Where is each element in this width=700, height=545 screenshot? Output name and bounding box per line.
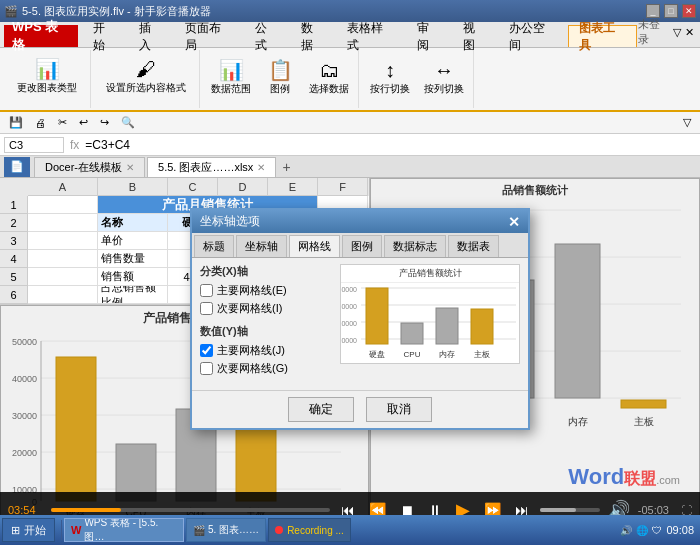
doc-tab-2-close[interactable]: ✕ <box>257 162 265 173</box>
svg-text:30000: 30000 <box>341 303 357 310</box>
tab-start[interactable]: 开始 <box>82 25 127 47</box>
chart-legend-button[interactable]: 📋 图例 <box>260 53 300 103</box>
x-minor-row: 次要网格线(I) <box>200 301 328 316</box>
row-switch-button[interactable]: ↕ 按行切换 <box>365 53 415 103</box>
dialog-tab-strip: 标题 坐标轴 网格线 图例 数据标志 数据表 <box>192 233 528 258</box>
tab-format[interactable]: 表格样式 <box>336 25 405 47</box>
doc-tab-2-label: 5.5. 图表应……xlsx <box>158 160 253 175</box>
group-label-3 <box>206 104 354 106</box>
col-c: C <box>168 178 218 196</box>
x-major-checkbox[interactable] <box>200 284 213 297</box>
svg-rect-49 <box>401 323 423 344</box>
change-chart-type-label: 更改图表类型 <box>17 81 77 95</box>
taskbar-item-wps[interactable]: W WPS 表格 - [5.5. 图… <box>64 518 184 542</box>
login-link[interactable]: 未登录 <box>638 17 669 47</box>
toolbar-right-btn[interactable]: ▽ <box>673 26 681 39</box>
dialog-tab-title[interactable]: 标题 <box>194 235 234 257</box>
media-taskbar-label: 5. 图表…… <box>208 523 259 537</box>
undo-btn[interactable]: ↩ <box>74 114 93 131</box>
mini-chart-preview: 产品销售额统计 50000 30000 20000 10000 <box>340 264 520 384</box>
ribbon-area: 📊 更改图表类型 🖌 设置所选内容格式 📊 数据范围 📋 图例 🗂 选择数据 <box>0 48 700 112</box>
doc-tab-1-label: Docer-在线模板 <box>45 160 122 175</box>
close-button[interactable]: ✕ <box>682 4 696 18</box>
svg-text:主板: 主板 <box>474 350 490 359</box>
volume-bar[interactable] <box>540 508 600 512</box>
ok-button[interactable]: 确定 <box>288 397 354 422</box>
media-taskbar-icon: 🎬 <box>193 525 205 536</box>
data-range-button[interactable]: 📊 数据范围 <box>206 53 256 103</box>
doc-tab-1[interactable]: Docer-在线模板 ✕ <box>34 157 145 177</box>
minimize-button[interactable]: _ <box>646 4 660 18</box>
col-d: D <box>218 178 268 196</box>
cut-btn[interactable]: ✂ <box>53 114 72 131</box>
svg-text:主板: 主板 <box>634 416 654 427</box>
title-left: 🎬 5-5. 图表应用实例.flv - 射手影音播放器 <box>4 4 211 19</box>
title-controls[interactable]: _ □ ✕ <box>646 4 696 18</box>
tab-view[interactable]: 视图 <box>452 25 497 47</box>
cancel-button[interactable]: 取消 <box>366 397 432 422</box>
right-extra-btn[interactable]: ▽ <box>678 114 696 131</box>
watermark-union-text: 联盟 <box>624 470 656 487</box>
formula-input[interactable] <box>85 138 696 152</box>
svg-text:20000: 20000 <box>12 448 37 458</box>
tab-review[interactable]: 审阅 <box>406 25 451 47</box>
watermark-word-text: Word <box>568 464 624 489</box>
redo-btn[interactable]: ↪ <box>95 114 114 131</box>
svg-text:50000: 50000 <box>12 337 37 347</box>
svg-text:20000: 20000 <box>341 320 357 327</box>
svg-rect-51 <box>471 309 493 344</box>
seek-progress <box>51 508 121 512</box>
close-wps-btn[interactable]: ✕ <box>685 26 694 39</box>
doc-tab-2[interactable]: 5.5. 图表应……xlsx ✕ <box>147 157 276 177</box>
ribbon-group-format: 🖌 设置所选内容格式 <box>93 50 200 108</box>
svg-text:CPU: CPU <box>404 350 421 359</box>
select-data-label: 选择数据 <box>309 82 349 96</box>
y-major-checkbox[interactable] <box>200 344 213 357</box>
seek-bar[interactable] <box>51 508 330 512</box>
add-tab-button[interactable]: + <box>282 159 290 175</box>
y-minor-checkbox[interactable] <box>200 362 213 375</box>
save-small-btn[interactable]: 💾 <box>4 114 28 131</box>
volume-fill <box>540 508 576 512</box>
col-switch-icon: ↔ <box>434 60 454 80</box>
tab-office[interactable]: 办公空间 <box>498 25 567 47</box>
dialog-tab-datatable[interactable]: 数据表 <box>448 235 499 257</box>
svg-text:30000: 30000 <box>12 411 37 421</box>
tab-formula[interactable]: 公式 <box>244 25 289 47</box>
col-b: B <box>98 178 168 196</box>
set-format-label: 设置所选内容格式 <box>106 81 186 95</box>
x-minor-checkbox[interactable] <box>200 302 213 315</box>
app-icon: 🎬 <box>4 5 18 18</box>
select-data-icon: 🗂 <box>319 60 339 80</box>
dialog-tab-gridlines[interactable]: 网格线 <box>289 235 340 257</box>
select-data-button[interactable]: 🗂 选择数据 <box>304 53 354 103</box>
set-format-button[interactable]: 🖌 设置所选内容格式 <box>101 52 191 102</box>
taskbar-item-media[interactable]: 🎬 5. 图表…… <box>186 518 266 542</box>
tab-chart-tool[interactable]: 图表工具 <box>568 25 637 47</box>
svg-text:硬盘: 硬盘 <box>369 350 385 359</box>
change-chart-type-button[interactable]: 📊 更改图表类型 <box>12 52 82 102</box>
start-button[interactable]: ⊞ 开始 <box>2 518 55 542</box>
col-a: A <box>28 178 98 196</box>
x-axis-label: 分类(X)轴 <box>200 264 328 279</box>
maximize-button[interactable]: □ <box>664 4 678 18</box>
col-switch-button[interactable]: ↔ 按列切换 <box>419 53 469 103</box>
windows-icon: ⊞ <box>11 524 20 537</box>
x-minor-label: 次要网格线(I) <box>217 301 282 316</box>
print-btn[interactable]: 🖨 <box>30 115 51 131</box>
dialog-close-button[interactable]: ✕ <box>508 214 520 230</box>
y-major-row: 主要网格线(J) <box>200 343 328 358</box>
dialog-tab-legend[interactable]: 图例 <box>342 235 382 257</box>
zoom-btn[interactable]: 🔍 <box>116 114 140 131</box>
tab-insert[interactable]: 插入 <box>128 25 173 47</box>
tab-data[interactable]: 数据 <box>290 25 335 47</box>
mini-chart-title: 产品销售额统计 <box>341 265 519 283</box>
cell-reference: C3 <box>9 139 23 151</box>
dialog-tab-datalabels[interactable]: 数据标志 <box>384 235 446 257</box>
file-icon: 📄 <box>10 160 24 173</box>
dialog-title-label: 坐标轴选项 <box>200 213 260 230</box>
tab-page[interactable]: 页面布局 <box>174 25 243 47</box>
svg-rect-12 <box>56 357 96 501</box>
dialog-tab-axis[interactable]: 坐标轴 <box>236 235 287 257</box>
doc-tab-1-close[interactable]: ✕ <box>126 162 134 173</box>
